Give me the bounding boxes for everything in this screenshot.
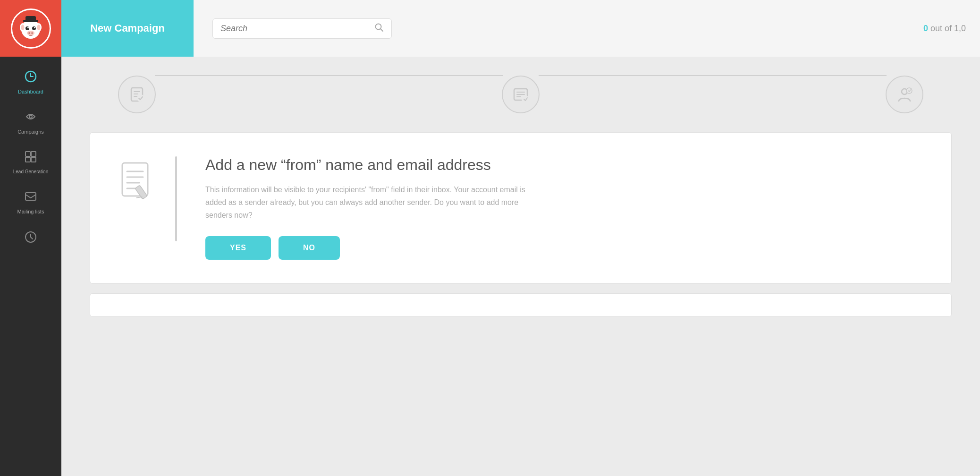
- sidebar-item-mailing-lists-label: Mailing lists: [17, 209, 44, 215]
- svg-point-10: [34, 27, 35, 28]
- step-circle-2: [502, 76, 540, 113]
- sidebar: Dashboard Campaigns Lead Generation: [0, 0, 61, 476]
- sidebar-item-lead-generation[interactable]: Lead Generation: [0, 142, 61, 181]
- search-input[interactable]: [220, 24, 370, 34]
- sidebar-item-campaigns[interactable]: Campaigns: [0, 102, 61, 142]
- dialog-separator: [175, 156, 177, 241]
- dialog-document-icon: [118, 161, 156, 211]
- no-button[interactable]: NO: [279, 236, 340, 260]
- sidebar-navigation: Dashboard Campaigns Lead Generation: [0, 57, 61, 253]
- sidebar-item-dashboard-label: Dashboard: [18, 89, 43, 95]
- counter-zero: 0: [923, 24, 928, 34]
- sidebar-item-mailing-lists[interactable]: Mailing lists: [0, 181, 61, 221]
- dialog-icon-area: [118, 156, 156, 211]
- svg-point-8: [32, 26, 36, 30]
- svg-point-15: [29, 115, 32, 118]
- step-line-2: [539, 75, 887, 76]
- svg-rect-17: [31, 152, 36, 156]
- svg-rect-16: [25, 152, 30, 156]
- svg-rect-18: [25, 157, 30, 162]
- svg-rect-20: [25, 193, 36, 200]
- lead-generation-icon: [24, 150, 37, 166]
- svg-point-11: [27, 31, 34, 35]
- sidebar-item-lead-generation-label: Lead Generation: [13, 169, 49, 175]
- dialog-description: This information will be visible to your…: [205, 183, 536, 222]
- svg-point-13: [31, 32, 33, 34]
- svg-point-7: [25, 26, 29, 30]
- content-area: Add a new “from” name and email address …: [61, 57, 980, 476]
- logo-circle: [11, 8, 51, 49]
- page-title: New Campaign: [90, 22, 165, 34]
- wizard-steps: [90, 76, 952, 113]
- header-search-area: [194, 0, 909, 57]
- svg-rect-6: [25, 16, 36, 22]
- sidebar-item-campaigns-label: Campaigns: [17, 129, 44, 135]
- dialog-buttons: YES NO: [205, 236, 923, 260]
- step-line-1: [155, 75, 503, 76]
- mailing-lists-icon: [24, 190, 37, 206]
- search-icon: [374, 23, 384, 34]
- sidebar-logo: [0, 0, 61, 57]
- svg-point-4: [37, 25, 41, 30]
- wizard-step-1: [118, 76, 156, 113]
- svg-point-9: [27, 27, 29, 28]
- sidebar-item-history[interactable]: [0, 222, 61, 253]
- dialog-card: Add a new “from” name and email address …: [90, 132, 952, 284]
- search-box: [212, 18, 392, 39]
- campaigns-icon: [24, 110, 37, 126]
- svg-rect-19: [31, 157, 36, 162]
- history-icon: [24, 230, 37, 246]
- wizard-step-3: [886, 76, 923, 113]
- svg-point-28: [906, 88, 912, 94]
- main-content: New Campaign 0 out of 1,0: [61, 0, 980, 476]
- dialog-title: Add a new “from” name and email address: [205, 156, 923, 174]
- sidebar-item-dashboard[interactable]: Dashboard: [0, 61, 61, 102]
- svg-point-12: [28, 32, 30, 34]
- header-title-area: New Campaign: [61, 0, 194, 57]
- svg-point-3: [21, 25, 25, 30]
- svg-point-24: [137, 94, 144, 102]
- counter-rest: out of 1,0: [928, 24, 966, 34]
- dashboard-icon: [24, 70, 37, 86]
- svg-point-26: [522, 95, 529, 103]
- wizard-step-2: [502, 76, 540, 113]
- step-circle-3: [886, 76, 923, 113]
- header-counter: 0 out of 1,0: [909, 0, 980, 57]
- yes-button[interactable]: YES: [205, 236, 271, 260]
- header: New Campaign 0 out of 1,0: [61, 0, 980, 57]
- dialog-text-content: Add a new “from” name and email address …: [205, 156, 923, 260]
- bottom-card: [90, 293, 952, 317]
- step-circle-1: [118, 76, 156, 113]
